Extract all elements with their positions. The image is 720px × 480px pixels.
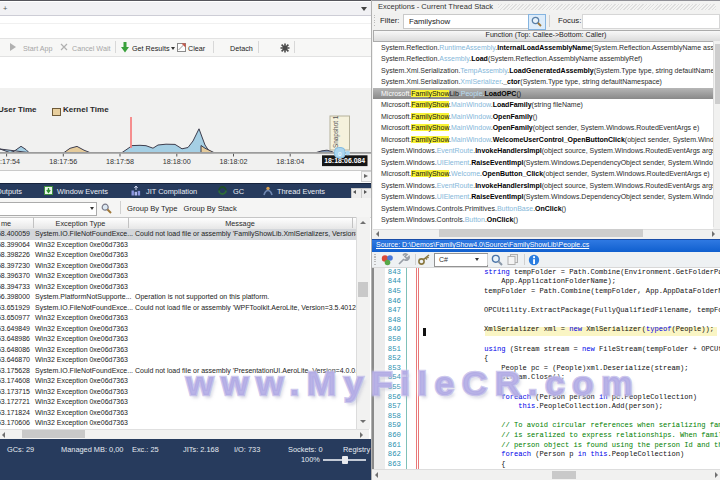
svg-text:18:17:58: 18:17:58 (106, 157, 134, 166)
svg-text:18:17:54: 18:17:54 (0, 157, 20, 166)
svg-text:Snapshot 1: Snapshot 1 (332, 115, 340, 148)
svg-text:18:18:06.084: 18:18:06.084 (324, 157, 365, 164)
svg-text:18:18:00: 18:18:00 (163, 157, 191, 166)
svg-text:0: 0 (338, 150, 342, 157)
svg-text:18:18:04: 18:18:04 (276, 157, 304, 166)
svg-text:18:18:02: 18:18:02 (220, 157, 248, 166)
svg-text:18:17:56: 18:17:56 (49, 157, 77, 166)
